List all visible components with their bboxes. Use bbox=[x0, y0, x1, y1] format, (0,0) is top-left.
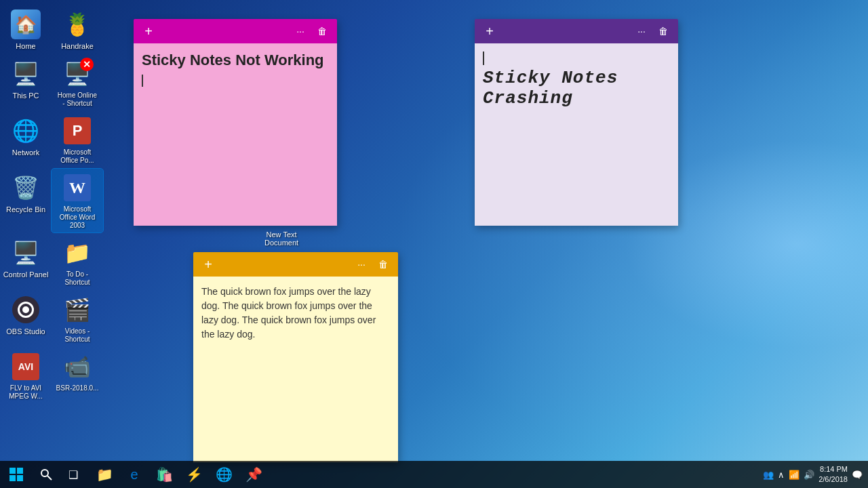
desktop-icon-this-pc[interactable]: 🖥️ This PC bbox=[0, 55, 52, 110]
sticky-note-pink-delete-btn[interactable]: 🗑 bbox=[313, 22, 332, 41]
desktop-icon-flv-label: FLV to AVIMPEG W... bbox=[9, 384, 42, 401]
search-button[interactable] bbox=[33, 461, 60, 488]
sticky-note-purple-menu-btn[interactable]: ··· bbox=[632, 22, 651, 41]
desktop-icon-bsr[interactable]: 📹 BSR-2018.0... bbox=[52, 348, 103, 403]
people-icon[interactable]: 👥 bbox=[763, 470, 774, 480]
taskbar-app-list: 📁 e 🛍️ ⚡ 🌐 📌 bbox=[87, 461, 757, 488]
desktop-icon-home-online-label: Home Online- Shortcut bbox=[58, 92, 97, 108]
sticky-note-purple-title: Sticky Notes Crashing bbox=[483, 68, 670, 108]
desktop-icon-handbrake[interactable]: 🍍 Handrake bbox=[52, 5, 103, 54]
sticky-note-pink-title: Sticky Notes Not Working bbox=[142, 52, 329, 69]
clock-time: 8:14 PM bbox=[818, 464, 848, 474]
taskbar-app-chrome[interactable]: 🌐 bbox=[209, 461, 239, 488]
desktop-icon-videos-label: Videos -Shortcut bbox=[64, 327, 90, 344]
sticky-note-pink-add-btn[interactable]: + bbox=[139, 22, 158, 41]
taskbar-app-edge[interactable]: e bbox=[119, 461, 149, 488]
sticky-note-pink: + ··· 🗑 Sticky Notes Not Working bbox=[134, 19, 337, 226]
taskbar-app-stickynotes[interactable]: 📌 bbox=[239, 461, 269, 488]
desktop-icon-ms-office-po[interactable]: P MicrosoftOffice Po... bbox=[52, 112, 103, 167]
sticky-note-yellow-add-btn[interactable]: + bbox=[199, 255, 218, 274]
taskbar: ❑ 📁 e 🛍️ ⚡ 🌐 📌 👥 ∧ 📶 🔊 8:14 PM 2/6/2018 bbox=[0, 461, 868, 488]
sticky-note-purple-header: + ··· 🗑 bbox=[475, 19, 678, 43]
sticky-note-yellow: + ··· 🗑 The quick brown fox jumps over t… bbox=[193, 252, 398, 462]
desktop-icon-network-label: Network bbox=[12, 148, 39, 157]
explorer-icon: 📁 bbox=[96, 466, 113, 483]
desktop-icon-flv[interactable]: AVI FLV to AVIMPEG W... bbox=[0, 348, 52, 403]
svg-rect-0 bbox=[9, 468, 16, 474]
sticky-note-pink-menu-btn[interactable]: ··· bbox=[291, 22, 310, 41]
svg-rect-3 bbox=[17, 475, 23, 481]
svg-line-5 bbox=[47, 476, 52, 480]
desktop-icon-obs-label: OBS Studio bbox=[6, 327, 45, 336]
sticky-note-pink-body[interactable]: Sticky Notes Not Working bbox=[134, 43, 337, 226]
taskbar-app-store[interactable]: 🛍️ bbox=[149, 461, 179, 488]
desktop-icon-videos[interactable]: 🎬 Videos -Shortcut bbox=[52, 291, 103, 346]
desktop-icon-ms-word-label: MicrosoftOffice Word2003 bbox=[60, 205, 95, 230]
text-cursor bbox=[142, 75, 143, 87]
taskbar-clock[interactable]: 8:14 PM 2/6/2018 bbox=[818, 464, 848, 485]
shortcut-badge: ✕ bbox=[80, 58, 94, 71]
desktop-icon-network[interactable]: 🌐 Network bbox=[0, 112, 52, 167]
desktop-icon-home-online[interactable]: 🖥️ ✕ Home Online- Shortcut bbox=[52, 55, 103, 110]
stickynotes-icon: 📌 bbox=[245, 466, 262, 483]
desktop-icon-this-pc-label: This PC bbox=[12, 92, 39, 100]
sticky-note-purple-body[interactable]: Sticky Notes Crashing bbox=[475, 43, 678, 226]
desktop-icon-ms-word[interactable]: W MicrosoftOffice Word2003 bbox=[52, 169, 103, 232]
desktop-icon-control-panel[interactable]: 🖥️ Control Panel bbox=[0, 234, 52, 289]
sticky-note-purple-add-btn[interactable]: + bbox=[480, 22, 499, 41]
desktop-icon-to-do-label: To Do -Shortcut bbox=[64, 270, 90, 287]
search-icon bbox=[40, 468, 52, 481]
start-button[interactable] bbox=[0, 461, 33, 488]
edge-icon: e bbox=[130, 467, 138, 483]
taskbar-app-explorer[interactable]: 📁 bbox=[90, 461, 119, 488]
chrome-icon: 🌐 bbox=[216, 466, 233, 483]
sticky-note-yellow-body[interactable]: The quick brown fox jumps over the lazy … bbox=[193, 277, 398, 462]
desktop-icon-control-panel-label: Control Panel bbox=[3, 270, 49, 279]
svg-rect-1 bbox=[17, 468, 23, 474]
notification-icon[interactable]: 🗨️ bbox=[852, 470, 863, 480]
taskbar-app-sstudio[interactable]: ⚡ bbox=[179, 461, 209, 488]
sticky-note-pink-header: + ··· 🗑 bbox=[134, 19, 337, 43]
sstudio-icon: ⚡ bbox=[186, 466, 203, 483]
sticky-note-yellow-delete-btn[interactable]: 🗑 bbox=[374, 255, 393, 274]
task-view-button[interactable]: ❑ bbox=[60, 461, 87, 488]
taskbar-tray: 👥 ∧ 📶 🔊 8:14 PM 2/6/2018 🗨️ bbox=[757, 464, 868, 485]
sticky-note-purple-delete-btn[interactable]: 🗑 bbox=[654, 22, 673, 41]
desktop-icon-recycle-bin[interactable]: 🗑️ Recycle Bin bbox=[0, 169, 52, 232]
desktop-icon-handbrake-label: Handrake bbox=[61, 42, 94, 51]
desktop-icon-area: 🏠 Home 🍍 Handrake 🖥️ This PC 🖥️ ✕ Home O… bbox=[0, 0, 122, 461]
network-tray-icon[interactable]: 📶 bbox=[789, 470, 800, 480]
sticky-note-yellow-text: The quick brown fox jumps over the lazy … bbox=[201, 285, 390, 342]
store-icon: 🛍️ bbox=[156, 466, 173, 483]
sticky-note-yellow-menu-btn[interactable]: ··· bbox=[352, 255, 371, 274]
desktop-icon-recycle-bin-label: Recycle Bin bbox=[6, 205, 45, 214]
svg-point-4 bbox=[41, 470, 48, 476]
chevron-up-icon[interactable]: ∧ bbox=[778, 470, 785, 480]
sticky-note-yellow-header: + ··· 🗑 bbox=[193, 252, 398, 277]
new-text-document-label[interactable]: New Text Document bbox=[264, 230, 298, 247]
desktop-icon-home[interactable]: 🏠 Home bbox=[0, 5, 52, 54]
desktop-icon-bsr-label: BSR-2018.0... bbox=[56, 384, 99, 392]
sticky-note-purple: + ··· 🗑 Sticky Notes Crashing bbox=[475, 19, 678, 226]
task-view-icon: ❑ bbox=[68, 468, 78, 481]
desktop-icon-to-do[interactable]: 📁 To Do -Shortcut bbox=[52, 234, 103, 289]
windows-logo-icon bbox=[9, 468, 23, 481]
volume-icon[interactable]: 🔊 bbox=[804, 470, 814, 480]
desktop-icon-home-label: Home bbox=[16, 42, 35, 51]
clock-date: 2/6/2018 bbox=[818, 474, 848, 485]
desktop-icon-ms-office-po-label: MicrosoftOffice Po... bbox=[60, 148, 94, 165]
desktop-icon-obs[interactable]: OBS Studio bbox=[0, 291, 52, 346]
svg-rect-2 bbox=[9, 475, 16, 481]
text-cursor-purple bbox=[483, 52, 484, 65]
